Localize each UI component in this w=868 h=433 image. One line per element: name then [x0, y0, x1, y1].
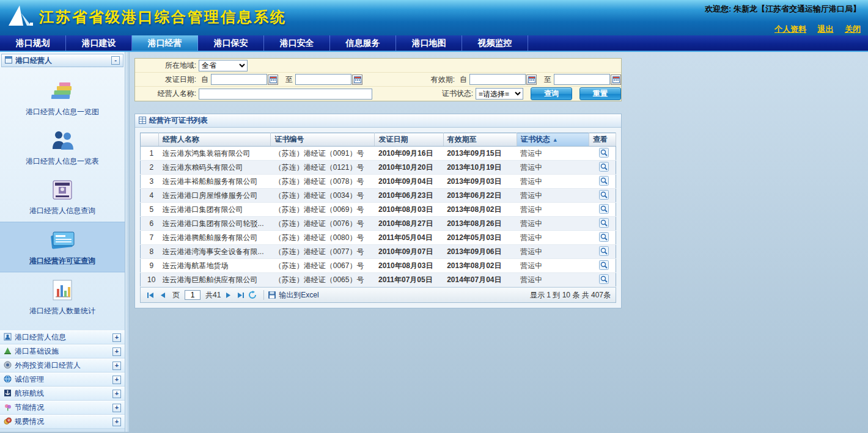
view-magnifier-icon[interactable]	[599, 246, 609, 256]
cert-status-select[interactable]: =请选择=	[476, 88, 523, 100]
nav-tab-8[interactable]: 视频监控	[462, 35, 528, 51]
accordion-item-7[interactable]: ¥规费情况+	[0, 415, 125, 429]
table-row[interactable]: 10连云港海巨船舶供应有限公司（苏连）港经证（0065）号2011年07月05日…	[141, 273, 616, 287]
expand-button[interactable]: +	[112, 390, 121, 398]
export-excel-button[interactable]: 输出到Excel	[268, 290, 318, 300]
reset-button[interactable]: 重置	[579, 87, 621, 100]
view-magnifier-icon[interactable]	[599, 232, 609, 242]
nav-tab-6[interactable]: 信息服务	[330, 35, 396, 51]
sidebar-menu-item-3[interactable]: 港口经营人信息查询	[0, 172, 125, 222]
view-magnifier-icon[interactable]	[599, 204, 609, 214]
table-row[interactable]: 6连云港港口集团有限公司轮驳...（苏连）港经证（0076）号2010年08月2…	[141, 217, 616, 231]
view-magnifier-icon[interactable]	[599, 176, 609, 186]
view-magnifier-icon[interactable]	[599, 162, 609, 172]
column-header-6[interactable]: 查看	[589, 133, 616, 147]
refresh-icon[interactable]	[248, 290, 257, 300]
accordion-label: 外商投资港口经营人	[15, 360, 112, 371]
operator-info-icon	[4, 332, 12, 343]
column-header-5[interactable]: 证书状态▲	[517, 133, 589, 147]
route-icon	[4, 388, 12, 399]
calendar-icon[interactable]	[611, 75, 621, 85]
view-magnifier-icon[interactable]	[599, 148, 609, 158]
operator-name-label: 经营人名称:	[135, 89, 199, 99]
accordion-label: 节能情况	[15, 402, 112, 413]
issue-date-to-input[interactable]	[295, 74, 351, 85]
accordion-label: 港口基础设施	[15, 346, 112, 357]
logout-link[interactable]: 退出	[818, 24, 834, 34]
expand-button[interactable]: +	[112, 376, 121, 384]
region-select[interactable]: 全省	[199, 60, 248, 71]
total-pages-label: 共41	[205, 290, 221, 300]
to-label: 至	[544, 75, 551, 85]
expand-button[interactable]: +	[112, 362, 121, 370]
view-magnifier-icon[interactable]	[599, 218, 609, 228]
table-row[interactable]: 3连云港丰裕船舶服务有限公司（苏连）港经证（0078）号2010年09月04日2…	[141, 175, 616, 189]
sort-ascending-icon: ▲	[553, 137, 558, 143]
operator-name-cell: 连云港港口房屋维修服务公司	[159, 189, 271, 203]
table-row[interactable]: 4连云港港口房屋维修服务公司（苏连）港经证（0034）号2010年06月23日2…	[141, 189, 616, 203]
accordion-item-3[interactable]: 外商投资港口经营人+	[0, 358, 125, 373]
row-number: 6	[141, 217, 159, 231]
accordion-item-4[interactable]: 诚信管理+	[0, 373, 125, 387]
column-header-2[interactable]: 证书编号	[271, 133, 375, 147]
table-row[interactable]: 2连云港东粮码头有限公司（苏连）港经证（0121）号2010年10月20日201…	[141, 161, 616, 175]
accordion-item-2[interactable]: 港口基础设施+	[0, 344, 125, 358]
nav-tab-2[interactable]: 港口建设	[66, 35, 132, 51]
fee-icon: ¥	[4, 417, 12, 428]
search-form: 所在地域: 全省 发证日期: 自 至	[134, 58, 622, 101]
calendar-icon[interactable]	[268, 75, 278, 85]
search-button[interactable]: 查询	[531, 87, 572, 100]
cert-status-cell: 营运中	[517, 217, 589, 231]
accordion-item-5[interactable]: 航班航线+	[0, 387, 125, 401]
page-number-input[interactable]	[185, 290, 200, 300]
first-page-icon[interactable]	[145, 290, 155, 300]
nav-tab-7[interactable]: 港口地图	[396, 35, 462, 51]
view-magnifier-icon[interactable]	[599, 274, 609, 284]
nav-tab-5[interactable]: 港口安全	[264, 35, 330, 51]
table-row[interactable]: 1连云港东鸿集装箱有限公司（苏连）港经证（0091）号2010年09月16日20…	[141, 147, 616, 161]
operator-name-input[interactable]	[199, 89, 372, 100]
top-header: 江苏省省级港口综合管理信息系统 欢迎您: 朱新龙【江苏省交通运输厅港口局】 个人…	[0, 0, 868, 35]
nav-tab-1[interactable]: 港口规划	[0, 35, 66, 51]
valid-until-cell: 2013年09月15日	[443, 147, 517, 161]
expand-button[interactable]: +	[112, 418, 121, 426]
pager-separator	[263, 290, 264, 300]
expand-button[interactable]: +	[112, 404, 121, 412]
profile-link[interactable]: 个人资料	[774, 24, 806, 34]
table-row[interactable]: 5连云港港口集团有限公司（苏连）港经证（0069）号2010年08月03日201…	[141, 203, 616, 217]
calendar-icon[interactable]	[526, 75, 537, 85]
sidebar-splitter[interactable]	[125, 52, 130, 432]
next-page-icon[interactable]	[223, 290, 233, 300]
column-header-4[interactable]: 有效期至	[443, 133, 517, 147]
sidebar-menu-item-1[interactable]: 港口经营人信息一览图	[0, 73, 125, 123]
sidebar-menu-item-5[interactable]: 港口经营人数量统计	[0, 272, 125, 322]
table-row[interactable]: 7连云港港腾船舶服务有限公司（苏连）港经证（0080）号2011年05月04日2…	[141, 231, 616, 245]
row-number: 7	[141, 231, 159, 245]
issue-date-from-input[interactable]	[211, 74, 267, 85]
validity-to-input[interactable]	[554, 74, 610, 85]
expand-button[interactable]: +	[112, 333, 121, 342]
view-magnifier-icon[interactable]	[599, 190, 609, 200]
view-magnifier-icon[interactable]	[599, 260, 609, 270]
cert-number-cell: （苏连）港经证（0121）号	[271, 161, 375, 175]
from-label: 自	[460, 75, 467, 85]
accordion-item-1[interactable]: 港口经营人信息+	[0, 330, 125, 344]
calendar-icon[interactable]	[352, 75, 362, 85]
prev-page-icon[interactable]	[158, 290, 167, 300]
column-header-1[interactable]: 经营人名称	[159, 133, 271, 147]
column-header-3[interactable]: 发证日期	[375, 133, 443, 147]
accordion-item-6[interactable]: 节能情况+	[0, 401, 125, 415]
nav-tab-4[interactable]: 港口保安	[198, 35, 264, 51]
table-row[interactable]: 9连云港海航基地货场（苏连）港经证（0067）号2010年08月03日2013年…	[141, 259, 616, 273]
validity-from-input[interactable]	[469, 74, 526, 85]
collapse-button[interactable]: -	[111, 56, 120, 65]
sidebar-menu-item-2[interactable]: 港口经营人信息一览表	[0, 123, 125, 172]
sidebar-menu-item-4[interactable]: 港口经营许可证查询	[0, 222, 125, 272]
view-cell	[589, 245, 616, 259]
close-link[interactable]: 关闭	[845, 24, 861, 34]
nav-tab-3[interactable]: 港口经营	[132, 35, 198, 51]
sidebar-menu: 港口经营人信息一览图港口经营人信息一览表港口经营人信息查询港口经营许可证查询港口…	[0, 67, 125, 322]
last-page-icon[interactable]	[235, 290, 245, 300]
expand-button[interactable]: +	[112, 347, 121, 356]
table-row[interactable]: 8连云港港湾海事安全设备有限...（苏连）港经证（0077）号2010年09月0…	[141, 245, 616, 259]
